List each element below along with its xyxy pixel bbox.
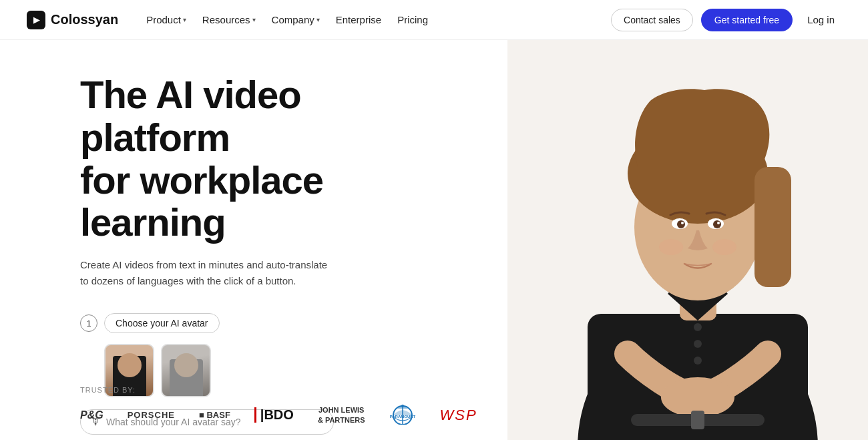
nav-product[interactable]: Product ▾: [140, 10, 193, 29]
brand-logos: P&G PORSCHE ■ BASF |BDO JOHN LEWIS& PART…: [80, 403, 477, 427]
nav-resources[interactable]: Resources ▾: [196, 10, 262, 29]
svg-point-3: [694, 323, 702, 331]
chevron-down-icon: ▾: [316, 16, 320, 23]
svg-point-13: [713, 220, 721, 228]
trusted-section: TRUSTED BY: P&G PORSCHE ■ BASF |BDO JOHN…: [80, 386, 477, 427]
brand-porsche: PORSCHE: [128, 410, 175, 420]
svg-rect-20: [691, 411, 704, 429]
svg-text:PARAMOUNT: PARAMOUNT: [389, 415, 415, 419]
logo[interactable]: Colossyan: [27, 11, 118, 29]
step-label: Choose your AI avatar: [104, 313, 220, 333]
svg-point-15: [717, 222, 720, 224]
hero-subtitle: Create AI videos from text in minutes an…: [80, 257, 334, 289]
nav-company[interactable]: Company ▾: [265, 10, 327, 29]
brand-bdo: |BDO: [254, 407, 294, 423]
svg-rect-9: [754, 167, 791, 287]
svg-point-12: [677, 220, 685, 228]
svg-point-22: [401, 405, 404, 407]
step-header: 1 Choose your AI avatar: [80, 313, 334, 333]
nav-right: Contact sales Get started free Log in: [611, 9, 841, 31]
nav-enterprise[interactable]: Enterprise: [329, 10, 388, 29]
svg-point-14: [681, 222, 684, 224]
nav-left: Colossyan Product ▾ Resources ▾ Company …: [27, 10, 435, 29]
get-started-button[interactable]: Get started free: [701, 9, 793, 31]
hero-person-svg: [507, 40, 868, 440]
svg-point-4: [694, 340, 702, 348]
brand-paramount: PARAMOUNT: [389, 403, 416, 427]
hero-image: [507, 40, 868, 440]
nav-pricing[interactable]: Pricing: [391, 10, 435, 29]
logo-icon: [27, 11, 45, 29]
contact-sales-button[interactable]: Contact sales: [611, 9, 693, 31]
svg-point-16: [659, 239, 683, 255]
hero-person-bg: [507, 40, 868, 440]
brand-wsp: WSP: [440, 407, 477, 424]
nav-links: Product ▾ Resources ▾ Company ▾ Enterpri…: [140, 10, 435, 29]
svg-point-17: [712, 239, 736, 255]
svg-point-5: [694, 357, 702, 365]
step-number: 1: [80, 314, 97, 332]
login-link[interactable]: Log in: [801, 10, 841, 29]
logo-text: Colossyan: [51, 12, 118, 27]
brand-basf: ■ BASF: [199, 410, 230, 420]
trusted-label: TRUSTED BY:: [80, 386, 477, 394]
hero-title: The AI video platform for workplace lear…: [80, 73, 454, 244]
main-section: The AI video platform for workplace lear…: [0, 40, 868, 440]
brand-john-lewis: JOHN LEWIS& PARTNERS: [318, 405, 365, 425]
chevron-down-icon: ▾: [183, 16, 186, 23]
navbar: Colossyan Product ▾ Resources ▾ Company …: [0, 0, 868, 40]
brand-pg: P&G: [80, 409, 103, 421]
chevron-down-icon: ▾: [252, 16, 256, 23]
hero-content: The AI video platform for workplace lear…: [0, 40, 454, 440]
